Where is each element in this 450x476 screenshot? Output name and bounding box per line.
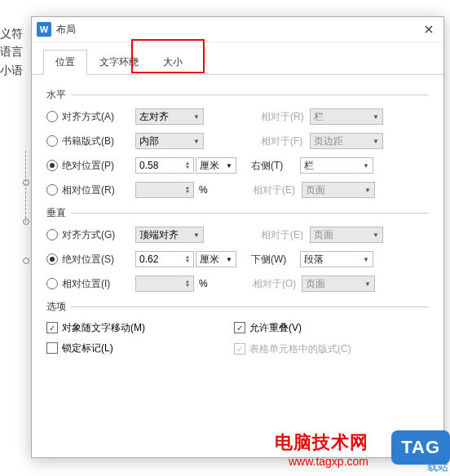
check-table-cell: 表格单元格中的版式(C) <box>234 342 351 356</box>
combo-v-abs-rel[interactable]: 段落▼ <box>300 251 373 267</box>
bg-text-line: 语言 <box>0 42 23 60</box>
unit-v-rel: % <box>196 275 218 292</box>
radio-h-book[interactable] <box>46 135 62 147</box>
tab-text-wrap[interactable]: 文字环绕 <box>87 50 151 75</box>
label-h-abs-side: 右侧(T) <box>251 159 300 173</box>
radio-v-rel[interactable] <box>46 278 62 289</box>
combo-h-book-rel[interactable]: 页边距▼ <box>310 133 383 149</box>
layout-dialog: W 布局 位置 文字环绕 大小 水平 对齐方式(A) 左对齐▼ 相对于(R) 栏… <box>31 16 444 458</box>
check-allow-overlap[interactable]: 允许重叠(V) <box>234 321 302 335</box>
combo-v-align[interactable]: 顶端对齐▼ <box>135 227 204 243</box>
watermark-title: 电脑技术网 <box>275 430 368 455</box>
radio-v-abs[interactable] <box>46 253 62 265</box>
label-h-rel-rel: 相对于(E) <box>253 183 302 197</box>
label-h-abs: 绝对位置(P) <box>62 159 135 173</box>
section-horizontal: 水平 <box>46 88 429 102</box>
label-h-align: 对齐方式(A) <box>62 110 135 124</box>
unit-h-abs[interactable]: 厘米▼ <box>196 157 236 174</box>
combo-h-book[interactable]: 内部▼ <box>135 133 204 149</box>
close-button[interactable] <box>419 21 439 37</box>
input-v-abs[interactable]: 0.62▲▼ <box>135 251 194 267</box>
combo-h-abs-rel[interactable]: 栏▼ <box>300 157 373 174</box>
combo-h-rel-rel[interactable]: 页面▼ <box>302 182 375 198</box>
label-h-align-rel: 相对于(R) <box>261 110 310 124</box>
label-v-abs: 绝对位置(S) <box>62 253 135 267</box>
label-v-align-rel: 相对于(E) <box>261 228 310 242</box>
label-v-abs-side: 下侧(W) <box>251 253 300 267</box>
bg-anchor-dots <box>23 147 29 297</box>
check-move-with-text[interactable]: 对象随文字移动(M) <box>46 321 145 335</box>
input-h-rel[interactable]: ▲▼ <box>135 182 194 198</box>
bg-text-line: 义符 <box>0 24 23 42</box>
input-v-rel[interactable]: ▲▼ <box>135 275 194 292</box>
bg-text-line: 小语 <box>0 61 23 79</box>
tabs: 位置 文字环绕 大小 <box>32 42 443 75</box>
input-h-abs[interactable]: 0.58▲▼ <box>135 157 194 174</box>
radio-h-abs[interactable] <box>46 160 62 171</box>
label-h-rel: 相对位置(R) <box>62 183 135 197</box>
combo-h-align[interactable]: 左对齐▼ <box>135 108 204 125</box>
app-icon: W <box>37 22 51 37</box>
watermark: 电脑技术网 www.tagxp.com <box>275 430 368 468</box>
combo-h-align-rel[interactable]: 栏▼ <box>310 108 383 125</box>
radio-h-align[interactable] <box>46 111 62 122</box>
section-options: 选项 <box>46 300 429 314</box>
label-v-rel-rel: 相对于(O) <box>253 277 302 291</box>
label-v-align: 对齐方式(G) <box>62 228 135 242</box>
label-v-rel: 相对位置(I) <box>62 277 135 291</box>
radio-v-align[interactable] <box>46 229 62 240</box>
combo-v-rel-rel[interactable]: 页面▼ <box>302 275 375 292</box>
tab-position[interactable]: 位置 <box>43 50 87 75</box>
unit-h-rel: % <box>196 182 218 198</box>
titlebar: W 布局 <box>32 17 443 42</box>
combo-v-align-rel[interactable]: 页面▼ <box>310 227 383 243</box>
check-lock-anchor[interactable]: 锁定标记(L) <box>46 342 113 355</box>
unit-v-abs[interactable]: 厘米▼ <box>196 251 236 267</box>
section-vertical: 垂直 <box>46 206 429 220</box>
watermark-url: www.tagxp.com <box>275 455 368 468</box>
label-h-book: 书籍版式(B) <box>62 134 135 148</box>
dialog-title: 布局 <box>56 23 419 37</box>
label-h-book-rel: 相对于(F) <box>261 134 310 148</box>
radio-h-rel[interactable] <box>46 184 62 196</box>
tab-size[interactable]: 大小 <box>151 50 195 75</box>
tag-side-text: 载站 <box>427 460 448 474</box>
